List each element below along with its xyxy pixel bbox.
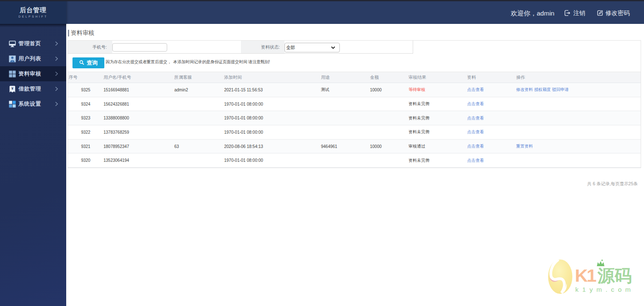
svg-text:¥: ¥ xyxy=(11,86,13,91)
svg-text:k1ym.com: k1ym.com xyxy=(575,286,634,293)
svg-text:K1: K1 xyxy=(575,265,596,285)
svg-text:源码: 源码 xyxy=(597,266,632,285)
